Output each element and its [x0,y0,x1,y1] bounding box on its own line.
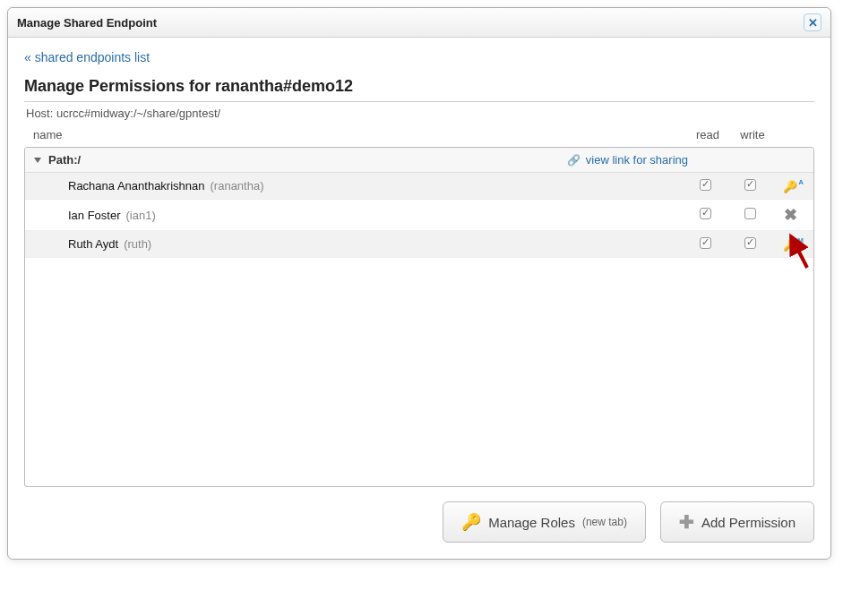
write-checkbox[interactable] [744,208,756,219]
manage-roles-sublabel: (new tab) [582,516,627,528]
close-button[interactable]: ✕ [804,13,821,31]
write-checkbox[interactable] [744,179,756,191]
table-row: Ian Foster (ian1) ✖ [25,200,813,231]
shared-endpoints-backlink[interactable]: « shared endpoints list [24,50,150,64]
link-icon: 🔗 [567,154,581,167]
user-name: Ruth Aydt [68,237,118,251]
svg-line-0 [791,236,807,268]
add-permission-label: Add Permission [701,515,796,530]
plus-icon: ✚ [679,511,694,533]
user-id: (ranantha) [211,179,264,192]
close-icon: ✕ [808,16,818,30]
dialog-titlebar: Manage Shared Endpoint ✕ [8,8,830,38]
user-name: Rachana Ananthakrishnan [68,179,205,192]
read-checkbox[interactable] [700,208,711,219]
col-header-write: write [730,128,775,141]
add-permission-button[interactable]: ✚ Add Permission [660,501,814,543]
callout-arrow-icon [780,227,816,272]
col-header-read: read [685,128,730,141]
path-label: Path:/ [48,153,81,167]
page-title: Manage Permissions for ranantha#demo12 [24,77,814,96]
user-id: (ruth) [124,237,151,251]
user-id: (ian1) [126,209,156,222]
user-name: Ian Foster [68,209,121,222]
host-path-text: Host: ucrcc#midway:/~/share/gpntest/ [24,101,814,124]
chevron-down-icon [34,158,41,163]
dialog-content: « shared endpoints list Manage Permissio… [8,38,830,559]
permissions-table-area: Path:/ 🔗 view link for sharing Rachana A… [24,147,814,487]
key-icon: 🔑 [461,512,481,532]
dialog-title: Manage Shared Endpoint [17,16,157,30]
table-row: Ruth Aydt (ruth) 🔑 [25,231,813,258]
table-row: Rachana Ananthakrishnan (ranantha) 🔑 [25,173,813,200]
write-checkbox[interactable] [744,237,756,249]
read-checkbox[interactable] [700,179,711,191]
manage-shared-endpoint-dialog: Manage Shared Endpoint ✕ « shared endpoi… [7,7,831,560]
remove-user-icon[interactable]: ✖ [784,206,797,224]
col-header-name: name [33,128,685,141]
permissions-table: Path:/ 🔗 view link for sharing Rachana A… [24,147,814,487]
manage-roles-label: Manage Roles [488,515,575,530]
read-checkbox[interactable] [700,237,711,249]
access-manager-key-icon[interactable]: 🔑 [783,180,797,193]
column-headers: name read write [24,124,814,147]
footer-buttons: 🔑 Manage Roles (new tab) ✚ Add Permissio… [24,501,814,543]
view-link-for-sharing[interactable]: view link for sharing [586,153,688,167]
manage-roles-button[interactable]: 🔑 Manage Roles (new tab) [443,501,646,543]
path-row[interactable]: Path:/ 🔗 view link for sharing [25,148,813,173]
